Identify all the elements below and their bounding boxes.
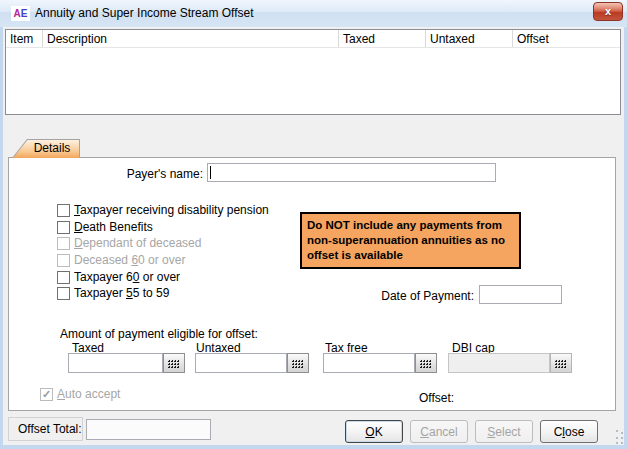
keypad-icon [420,360,432,369]
payer-name-label: Payer's name: [90,167,203,181]
checkbox-box[interactable] [57,204,70,217]
title-bar[interactable]: AE Annuity and Super Income Stream Offse… [0,0,627,27]
date-of-payment-input[interactable] [479,285,562,304]
date-of-payment-label: Date of Payment: [360,289,474,303]
badge-letter-e: E [21,8,28,19]
checkbox-box[interactable] [57,287,70,300]
checkbox-label: Dependant of deceased [74,237,201,250]
cancel-button: Cancel [410,420,468,443]
tax-free-field-group [323,353,437,373]
grid-header-row: Item Description Taxed Untaxed Offset [6,30,620,48]
tax-free-calculator-button[interactable] [415,353,437,373]
untaxed-calculator-button[interactable] [287,353,309,373]
checkbox-label: Taxpayer receiving disability pension [74,204,269,217]
checkbox-label: Taxpayer 60 or over [74,271,180,284]
resize-grip[interactable] [616,430,625,445]
dialog-window: AE Annuity and Super Income Stream Offse… [0,0,627,449]
keypad-icon [168,360,180,369]
checkbox-label: Deceased 60 or over [74,254,185,267]
offset-items-grid[interactable]: Item Description Taxed Untaxed Offset [5,29,621,115]
taxed-field-group [68,353,185,373]
close-dialog-button[interactable]: Close [540,420,598,443]
checkbox-label: Death Benefits [74,221,153,234]
grid-header-item[interactable]: Item [6,30,42,47]
dbi-cap-calculator-button [550,353,572,373]
grip-dots [616,430,618,432]
offset-label: Offset: [419,391,454,405]
amount-heading: Amount of payment eligible for offset: [60,327,258,341]
payer-name-input[interactable] [207,163,496,182]
checkbox-label: Taxpayer 55 to 59 [74,287,169,300]
taxed-calculator-button[interactable] [163,353,185,373]
select-button: Select [475,420,533,443]
ok-button[interactable]: OK [345,420,403,443]
checkbox-box [57,237,70,250]
grid-header-offset[interactable]: Offset [512,30,620,47]
taxed-input[interactable] [68,353,163,373]
warning-note: Do NOT include any payments from non-sup… [300,212,521,269]
badge-letter-a: A [14,8,21,19]
untaxed-field-group [195,353,309,373]
tax-free-input[interactable] [323,353,415,373]
checkbox-box[interactable] [57,221,70,234]
offset-total-input [86,419,211,440]
window-title: Annuity and Super Income Stream Offset [35,6,254,20]
keypad-icon [555,360,567,369]
dbi-cap-input [448,353,550,373]
untaxed-input[interactable] [195,353,287,373]
offset-total-label: Offset Total: [8,417,83,441]
dbi-cap-field-group [448,353,572,373]
checkbox-box[interactable] [57,271,70,284]
grid-empty-body[interactable] [6,48,620,114]
grid-header-untaxed[interactable]: Untaxed [425,30,512,47]
grid-header-description[interactable]: Description [42,30,338,47]
app-logo-icon: AE [11,6,30,21]
grid-header-taxed[interactable]: Taxed [338,30,425,47]
checkbox-label: Auto accept [57,388,120,401]
close-button[interactable]: x [593,2,623,21]
checkbox-box [57,254,70,267]
checkbox-box [40,388,53,401]
keypad-icon [292,360,304,369]
close-icon: x [605,5,611,17]
text-caret [210,166,211,179]
